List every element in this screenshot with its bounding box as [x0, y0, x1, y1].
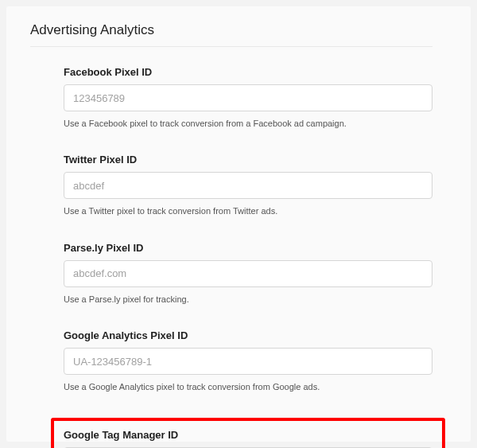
facebook-pixel-field: Facebook Pixel ID Use a Facebook pixel t… [64, 66, 432, 130]
settings-panel: Advertising Analytics Facebook Pixel ID … [6, 6, 471, 442]
google-analytics-help: Use a Google Analytics pixel to track co… [64, 381, 432, 393]
parsely-pixel-field: Parse.ly Pixel ID Use a Parse.ly pixel f… [64, 242, 432, 306]
twitter-pixel-input[interactable] [64, 172, 432, 199]
parsely-pixel-help: Use a Parse.ly pixel for tracking. [64, 294, 432, 306]
parsely-pixel-input[interactable] [64, 260, 432, 287]
fields-container: Facebook Pixel ID Use a Facebook pixel t… [30, 66, 432, 448]
gtm-label: Google Tag Manager ID [64, 429, 432, 441]
highlight-box: Google Tag Manager ID Set up Google Anal… [51, 418, 445, 448]
google-analytics-label: Google Analytics Pixel ID [64, 329, 432, 341]
google-analytics-field: Google Analytics Pixel ID Use a Google A… [64, 329, 432, 393]
gtm-field: Google Tag Manager ID Set up Google Anal… [64, 429, 432, 448]
page-title: Advertising Analytics [30, 22, 432, 47]
twitter-pixel-label: Twitter Pixel ID [64, 154, 432, 166]
facebook-pixel-input[interactable] [64, 84, 432, 111]
twitter-pixel-field: Twitter Pixel ID Use a Twitter pixel to … [64, 154, 432, 217]
twitter-pixel-help: Use a Twitter pixel to track conversion … [64, 205, 432, 217]
parsely-pixel-label: Parse.ly Pixel ID [64, 242, 432, 254]
facebook-pixel-help: Use a Facebook pixel to track conversion… [64, 118, 432, 130]
facebook-pixel-label: Facebook Pixel ID [64, 66, 432, 78]
google-analytics-input[interactable] [64, 348, 432, 375]
